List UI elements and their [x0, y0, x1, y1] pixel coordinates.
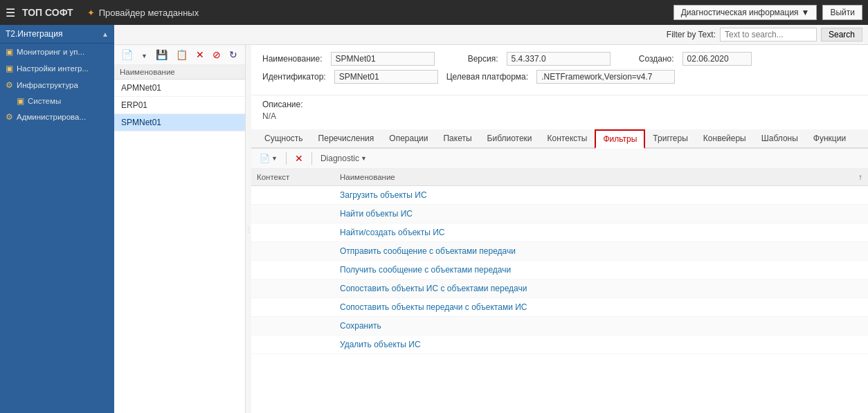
tab-фильтры[interactable]: Фильтры — [595, 129, 645, 149]
table-header: Контекст Наименование ↑ — [251, 169, 868, 186]
tab-функции[interactable]: Функции — [806, 129, 853, 149]
version-value: 5.4.337.0 — [507, 52, 611, 66]
sidebar-item-label-monitoring: Мониторинг и уп... — [17, 48, 84, 56]
tab-шаблоны[interactable]: Шаблоны — [754, 129, 806, 149]
top-bar-right: Диагностическая информация ▼ Выйти — [673, 5, 862, 20]
save-button[interactable]: 💾 — [153, 48, 170, 62]
copy-icon: 📋 — [176, 49, 188, 60]
main-content: 📄 ▼ 💾 📋 ✕ ⊘ — [114, 45, 868, 413]
table-row[interactable]: Найти/создать объекты ИС — [251, 223, 868, 242]
sidebar-item-admin[interactable]: ⚙ Администрирова... — [0, 109, 114, 125]
admin-icon: ⚙ — [6, 112, 13, 122]
tab-new-button[interactable]: 📄 ▼ — [257, 152, 280, 165]
sidebar-item-label-admin: Администрирова... — [17, 113, 86, 121]
th-sort-icon[interactable]: ↑ — [853, 172, 868, 183]
cancel-button[interactable]: ⊘ — [210, 48, 224, 62]
platform-value: .NETFramework,Version=v4.7 — [536, 70, 675, 84]
table-row[interactable]: Отправить сообщение с объектами передачи — [251, 242, 868, 261]
tab-content: 📄 ▼ ✕ Diagnostic ▼ — [251, 149, 868, 413]
tree-item[interactable]: APMNet01 — [114, 80, 245, 97]
systems-icon: ▣ — [17, 96, 24, 106]
refresh-icon: ↻ — [229, 49, 237, 60]
td-name: Удалить объекты ИС — [334, 338, 868, 351]
panel-resize-handle[interactable]: ⋮ — [246, 45, 251, 413]
sidebar-item-monitoring[interactable]: ▣ Мониторинг и уп... — [0, 44, 114, 60]
table-row[interactable]: Сопоставить объекты передачи с объектами… — [251, 298, 868, 317]
diag-button-label: Диагностическая информация — [681, 8, 799, 17]
sidebar-item-infra[interactable]: ⚙ Инфраструктура — [0, 77, 114, 93]
version-label: Версия: — [443, 54, 498, 64]
top-bar: ☰ ТОП СОФТ ✦ Провайдер метаданных Диагно… — [0, 0, 868, 25]
exit-button[interactable]: Выйти — [822, 5, 862, 20]
tab-триггеры[interactable]: Триггеры — [645, 129, 696, 149]
th-context: Контекст — [251, 172, 334, 183]
desc-label: Описание: — [262, 100, 857, 109]
tab-операции[interactable]: Операции — [381, 129, 435, 149]
td-context — [251, 226, 334, 239]
sidebar-header: Т2.Интеграция ▲ — [0, 25, 114, 44]
tree-list: APMNet01ERP01SPMNet01 — [114, 80, 245, 131]
left-panel: 📄 ▼ 💾 📋 ✕ ⊘ — [114, 45, 246, 413]
monitor-icon: ▣ — [6, 47, 13, 57]
td-name: Отправить сообщение с объектами передачи — [334, 245, 868, 257]
table-row[interactable]: Найти объекты ИС — [251, 205, 868, 223]
new-doc-button[interactable]: 📄 — [118, 48, 136, 62]
infra-icon: ⚙ — [6, 80, 13, 90]
td-context — [251, 282, 334, 295]
delete-button[interactable]: ✕ — [193, 48, 207, 62]
tab-doc-dropdown-icon: ▼ — [271, 155, 278, 162]
tab-сущность[interactable]: Сущность — [257, 129, 311, 149]
tabs-bar: СущностьПеречисленияОперацииПакетыБиблио… — [251, 129, 868, 149]
td-context — [251, 338, 334, 351]
tree-item[interactable]: ERP01 — [114, 97, 245, 114]
filter-input[interactable] — [720, 28, 817, 42]
sidebar-collapse-icon[interactable]: ▲ — [102, 30, 109, 38]
td-name: Получить сообщение с объектами передачи — [334, 264, 868, 276]
table-rows: Загрузить объекты ИС Найти объекты ИС На… — [251, 186, 868, 354]
tree-item[interactable]: SPMNet01 — [114, 114, 245, 131]
toolbar-separator-2 — [311, 152, 312, 165]
table-row[interactable]: Получить сообщение с объектами передачи — [251, 261, 868, 279]
tab-delete-button[interactable]: ✕ — [292, 152, 306, 165]
created-value: 02.06.2020 — [682, 52, 752, 66]
delete-icon: ✕ — [196, 49, 204, 60]
filter-label: Filter by Text: — [667, 30, 716, 39]
desc-section: Описание: N/A — [251, 95, 868, 124]
table-row[interactable]: Удалить объекты ИС — [251, 336, 868, 354]
table-row[interactable]: Сохранить — [251, 317, 868, 336]
right-panel: Наименование: SPMNet01 Версия: 5.4.337.0… — [251, 45, 868, 413]
tab-diagnostic-dropdown[interactable]: Diagnostic ▼ — [318, 152, 370, 165]
sidebar-item-systems[interactable]: ▣ Системы — [0, 93, 114, 109]
tab-diagnostic-label: Diagnostic — [320, 154, 359, 163]
table-row[interactable]: Сопоставить объекты ИС с объектами перед… — [251, 279, 868, 298]
tab-контексты[interactable]: Контексты — [540, 129, 595, 149]
tab-конвейеры[interactable]: Конвейеры — [696, 129, 754, 149]
sidebar-item-settings[interactable]: ▣ Настройки интегр... — [0, 60, 114, 77]
provider-title-area: ✦ Провайдер метаданных — [87, 8, 199, 18]
refresh-button[interactable]: ↻ — [226, 48, 240, 62]
dropdown-arrow-button[interactable]: ▼ — [138, 48, 150, 62]
cancel-icon: ⊘ — [213, 49, 221, 60]
tab-delete-icon: ✕ — [295, 153, 303, 164]
table-row[interactable]: Загрузить объекты ИС — [251, 186, 868, 205]
filter-search-button[interactable]: Search — [821, 28, 862, 42]
settings-icon: ▣ — [6, 64, 13, 73]
tab-перечисления[interactable]: Перечисления — [311, 129, 382, 149]
sidebar-item-label-settings: Настройки интегр... — [17, 64, 89, 73]
td-name: Найти объекты ИС — [334, 208, 868, 220]
tab-библиотеки[interactable]: Библиотеки — [480, 129, 540, 149]
diag-dropdown-icon[interactable]: ▼ — [802, 8, 810, 17]
provider-title-label: Провайдер метаданных — [99, 8, 199, 18]
copy-button[interactable]: 📋 — [173, 48, 190, 62]
sidebar-item-label-systems: Системы — [28, 97, 61, 105]
hamburger-icon[interactable]: ☰ — [6, 6, 15, 19]
td-name: Сохранить — [334, 320, 868, 332]
td-context — [251, 189, 334, 201]
form-row-id: Идентификатор: SPMNet01 Целевая платформ… — [262, 70, 857, 84]
td-name: Найти/создать объекты ИС — [334, 226, 868, 239]
td-context — [251, 301, 334, 313]
sidebar-item-label-infra: Инфраструктура — [17, 81, 78, 89]
tab-пакеты[interactable]: Пакеты — [435, 129, 479, 149]
diag-button[interactable]: Диагностическая информация ▼ — [673, 5, 817, 20]
app-title: ТОП СОФТ — [22, 7, 73, 18]
